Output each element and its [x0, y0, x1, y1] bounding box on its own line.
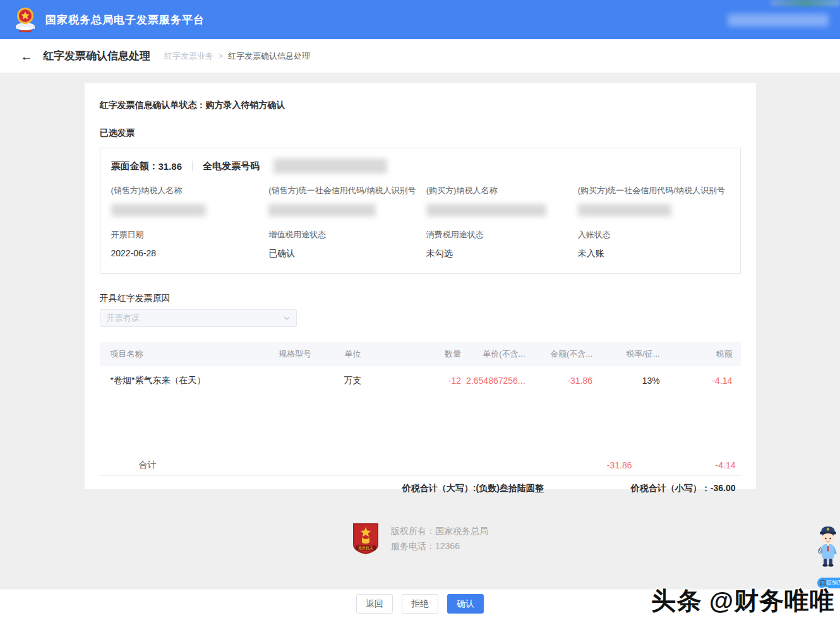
main-area: 红字发票信息确认单状态：购方录入待销方确认 已选发票 票面金额： 31.86 全…	[0, 73, 840, 589]
cell-tax-rate: 13%	[596, 376, 664, 386]
field-value: 已确认	[268, 248, 426, 259]
field-entry-status: 入账状态 未入账	[578, 229, 729, 259]
total-amount: -31.86	[607, 460, 632, 470]
sum-in-figures: 价税合计（小写）：-36.00	[631, 483, 741, 494]
breadcrumb-parent[interactable]: 红字发票业务	[164, 51, 213, 62]
field-label: (购买方)统一社会信用代码/纳税人识别号	[578, 185, 729, 196]
government-badge-icon: 党政机关	[352, 522, 380, 555]
invoice-summary-box: 票面金额： 31.86 全电发票号码 (销售方)纳税人名称 (销售方)统一社会信…	[100, 148, 741, 274]
field-value-blurred	[426, 204, 546, 217]
field-value-blurred	[111, 204, 206, 217]
col-header-tax-rate: 税率/征...	[596, 348, 664, 360]
footer-text: 版权所有：国家税务总局 服务电话：12366	[391, 523, 488, 554]
divider	[192, 161, 193, 171]
service-phone-line: 服务电话：12366	[391, 538, 488, 554]
field-vat-status: 增值税用途状态 已确认	[268, 229, 426, 259]
invoice-amount-value: 31.86	[159, 161, 183, 172]
back-button[interactable]: 返回	[356, 594, 393, 614]
party-fields: (销售方)纳税人名称 (销售方)统一社会信用代码/纳税人识别号 (购买方)纳税人…	[111, 185, 729, 217]
user-account-blurred[interactable]	[728, 14, 829, 27]
cell-unit: 万支	[321, 375, 385, 386]
field-label: 消费税用途状态	[426, 229, 578, 241]
invoice-number-label: 全电发票号码	[203, 160, 260, 172]
red-invoice-reason-label: 开具红字发票原因	[93, 293, 748, 304]
total-tax: -4.14	[632, 460, 741, 470]
field-label: (购买方)纳税人名称	[426, 185, 578, 196]
col-header-amount: 金额(不含...	[529, 348, 597, 360]
site-footer: 党政机关 版权所有：国家税务总局 服务电话：12366	[0, 522, 840, 555]
field-issue-date: 开票日期 2022-06-28	[111, 229, 269, 259]
col-header-unit-price: 单价(不含...	[465, 348, 529, 360]
confirmation-status: 红字发票信息确认单状态：购方录入待销方确认	[93, 100, 748, 111]
field-value-blurred	[578, 204, 671, 217]
field-label: (销售方)纳税人名称	[111, 185, 269, 196]
badge-banner-label: 党政机关	[358, 545, 373, 550]
invoice-number-blurred	[273, 158, 387, 174]
breadcrumb: 红字发票业务 > 红字发票确认信息处理	[164, 51, 310, 62]
confirm-button[interactable]: 确认	[447, 594, 484, 614]
col-header-unit: 单位	[321, 348, 385, 360]
line-items-table: 项目名称 规格型号 单位 数量 单价(不含... 金额(不含... 税率/征..…	[100, 342, 741, 501]
field-buyer-taxid: (购买方)统一社会信用代码/纳税人识别号	[578, 185, 729, 217]
selected-invoice-label: 已选发票	[93, 128, 748, 139]
cell-unit-price: 2.654867256...	[465, 376, 529, 386]
cell-tax: -4.14	[664, 376, 738, 386]
table-empty-space	[100, 395, 741, 455]
app-header: 国家税务总局电子发票服务平台	[0, 0, 840, 39]
cell-amount: -31.86	[529, 376, 597, 386]
col-header-quantity: 数量	[385, 348, 465, 360]
red-invoice-reason-select[interactable]: 开票有误	[100, 309, 297, 327]
cell-item-name: *卷烟*紫气东来（在天）	[100, 375, 270, 386]
invoice-amount-label: 票面金额：	[111, 160, 159, 172]
table-header-row: 项目名称 规格型号 单位 数量 单价(不含... 金额(不含... 税率/征..…	[100, 342, 741, 366]
reject-button[interactable]: 拒绝	[402, 594, 438, 614]
table-sum-row: 价税合计（大写）:(负数)叁拾陆圆整 价税合计（小写）：-36.00	[100, 476, 741, 501]
col-header-spec: 规格型号	[269, 348, 320, 360]
invoice-detail-fields: 开票日期 2022-06-28 增值税用途状态 已确认 消费税用途状态 未勾选 …	[111, 229, 729, 259]
page-title: 红字发票确认信息处理	[43, 49, 150, 63]
field-label: (销售方)统一社会信用代码/纳税人识别号	[268, 185, 426, 196]
table-row: *卷烟*紫气东来（在天） 万支 -12 2.654867256... -31.8…	[100, 366, 741, 395]
breadcrumb-current: 红字发票确认信息处理	[228, 51, 310, 62]
sum-words-label: 价税合计（大写）:	[402, 483, 476, 493]
field-seller-name: (销售方)纳税人名称	[111, 185, 269, 217]
chevron-down-icon	[284, 315, 290, 321]
col-header-item-name: 项目名称	[100, 348, 270, 360]
sum-figures-value: -36.00	[711, 483, 736, 493]
tax-officer-mascot[interactable]	[816, 523, 840, 579]
table-total-row: 合计 -31.86 -4.14	[100, 455, 741, 476]
field-label: 入账状态	[578, 229, 729, 241]
breadcrumb-separator: >	[219, 52, 223, 61]
sum-words-value: (负数)叁拾陆圆整	[476, 483, 543, 493]
copyright-line: 版权所有：国家税务总局	[391, 523, 488, 538]
tax-bureau-logo-icon	[11, 5, 39, 34]
field-value-blurred	[268, 204, 376, 217]
corner-smudge	[771, 0, 840, 6]
col-header-tax: 税额	[664, 348, 738, 360]
field-value: 2022-06-28	[111, 248, 269, 258]
reason-selected-value: 开票有误	[107, 312, 140, 324]
field-buyer-name: (购买方)纳税人名称	[426, 185, 578, 217]
field-value: 未勾选	[426, 248, 578, 259]
sum-figures-label: 价税合计（小写）：	[631, 483, 711, 493]
watermark-text: 头条 @财务唯唯	[651, 584, 835, 618]
total-label: 合计	[100, 460, 157, 471]
back-arrow-icon[interactable]: ←	[20, 50, 33, 62]
field-consumption-tax-status: 消费税用途状态 未勾选	[426, 229, 578, 259]
sum-in-words: 价税合计（大写）:(负数)叁拾陆圆整	[402, 483, 544, 494]
field-value: 未入账	[578, 248, 729, 259]
invoice-summary-header: 票面金额： 31.86 全电发票号码	[111, 158, 729, 174]
app-title: 国家税务总局电子发票服务平台	[45, 13, 205, 27]
field-label: 增值税用途状态	[268, 229, 426, 241]
breadcrumb-bar: ← 红字发票确认信息处理 红字发票业务 > 红字发票确认信息处理	[0, 39, 840, 73]
cell-quantity: -12	[385, 376, 465, 386]
field-seller-taxid: (销售方)统一社会信用代码/纳税人识别号	[268, 185, 426, 217]
field-label: 开票日期	[111, 229, 269, 241]
confirmation-card: 红字发票信息确认单状态：购方录入待销方确认 已选发票 票面金额： 31.86 全…	[85, 83, 756, 489]
